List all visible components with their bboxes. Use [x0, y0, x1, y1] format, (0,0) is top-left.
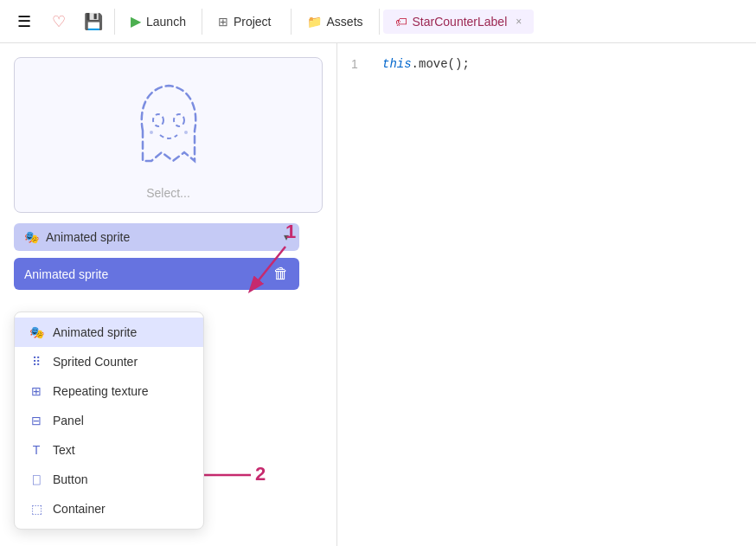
sprite-preview-area: .ghost-path{fill:none;stroke:#7b8de0;str…: [14, 57, 323, 213]
right-panel: 1 this.move();: [337, 43, 756, 546]
panel-icon: ⊟: [29, 414, 44, 427]
svg-point-3: [184, 131, 188, 134]
heart-icon: ♡: [52, 12, 66, 31]
menu-icon: ☰: [17, 12, 31, 31]
code-method: .move();: [412, 57, 470, 71]
launch-button[interactable]: ▶ Launch: [119, 8, 198, 35]
dropdown-menu: 🎭 Animated sprite ⠿ Sprited Counter ⊞ Re…: [14, 312, 204, 530]
dropdown-item-label: Animated sprite: [53, 325, 137, 339]
dropdown-trigger[interactable]: 🎭 Animated sprite ▾: [14, 223, 299, 251]
svg-text:2: 2: [255, 463, 266, 485]
project-button[interactable]: ⊞ Project: [206, 10, 284, 34]
main-layout: .ghost-path{fill:none;stroke:#7b8de0;str…: [0, 43, 756, 546]
star-counter-icon: 🏷: [395, 15, 407, 29]
dropdown-item-sprited-counter[interactable]: ⠿ Sprited Counter: [15, 347, 203, 376]
project-label: Project: [234, 15, 272, 29]
play-icon: ▶: [131, 13, 141, 29]
svg-point-1: [174, 114, 184, 126]
code-content: this.move();: [382, 57, 470, 71]
project-icon: ⊞: [218, 15, 228, 29]
repeating-texture-icon: ⊞: [29, 384, 44, 398]
dropdown-sprite-icon: 🎭: [24, 230, 39, 244]
launch-label: Launch: [146, 15, 186, 29]
tab-bar: 📁 Assets 🏷 StarCounterLabel ×: [287, 9, 535, 35]
sprited-counter-icon: ⠿: [29, 355, 44, 369]
divider-4: [379, 9, 380, 35]
heart-button[interactable]: ♡: [42, 4, 76, 39]
select-placeholder: Select...: [146, 186, 190, 200]
chevron-down-icon: ▾: [284, 231, 289, 243]
code-line-1: 1 this.move();: [351, 57, 742, 71]
svg-point-0: [153, 114, 163, 126]
toolbar: ☰ ♡ 💾 ▶ Launch ⊞ Project 📁 Assets 🏷 Star…: [0, 0, 756, 43]
dropdown-item-label: Repeating texture: [53, 384, 149, 398]
tab-assets[interactable]: 📁 Assets: [295, 10, 375, 34]
dropdown-label: Animated sprite: [46, 230, 130, 244]
dropdown-item-text[interactable]: T Text: [15, 435, 203, 465]
button-icon: ⎕: [29, 472, 44, 486]
menu-button[interactable]: ☰: [7, 4, 42, 39]
save-button[interactable]: 💾: [76, 4, 111, 39]
dropdown-item-label: Button: [53, 472, 87, 486]
divider-2: [202, 9, 202, 35]
tab-close-icon[interactable]: ×: [516, 16, 522, 28]
divider-3: [291, 9, 292, 35]
dropdown-item-animated-sprite[interactable]: 🎭 Animated sprite: [15, 318, 203, 347]
container-icon: ⬚: [29, 502, 44, 516]
selected-item-bar: Animated sprite 🗑: [14, 258, 299, 290]
divider-1: [114, 9, 115, 35]
star-counter-label: StarCounterLabel: [413, 15, 508, 29]
tab-star-counter[interactable]: 🏷 StarCounterLabel ×: [383, 10, 535, 34]
dropdown-item-repeating-texture[interactable]: ⊞ Repeating texture: [15, 376, 203, 406]
dropdown-item-panel[interactable]: ⊟ Panel: [15, 406, 203, 435]
save-icon: 💾: [84, 12, 103, 31]
assets-icon: 📁: [307, 15, 322, 29]
dropdown-item-label: Panel: [53, 414, 84, 427]
left-panel: .ghost-path{fill:none;stroke:#7b8de0;str…: [0, 43, 337, 546]
dropdown-item-label: Text: [53, 443, 75, 457]
dropdown-item-label: Sprited Counter: [53, 355, 138, 369]
animated-sprite-icon: 🎭: [29, 325, 44, 339]
selected-item-label: Animated sprite: [24, 267, 108, 281]
assets-label: Assets: [327, 15, 363, 29]
delete-button[interactable]: 🗑: [273, 265, 289, 283]
svg-point-2: [150, 131, 153, 134]
dropdown-item-container[interactable]: ⬚ Container: [15, 494, 203, 524]
dropdown-item-button[interactable]: ⎕ Button: [15, 465, 203, 494]
line-number: 1: [351, 57, 368, 71]
ghost-illustration: .ghost-path{fill:none;stroke:#7b8de0;str…: [117, 70, 221, 183]
code-keyword: this: [382, 57, 412, 71]
dropdown-item-label: Container: [53, 502, 106, 516]
text-icon: T: [29, 443, 44, 457]
